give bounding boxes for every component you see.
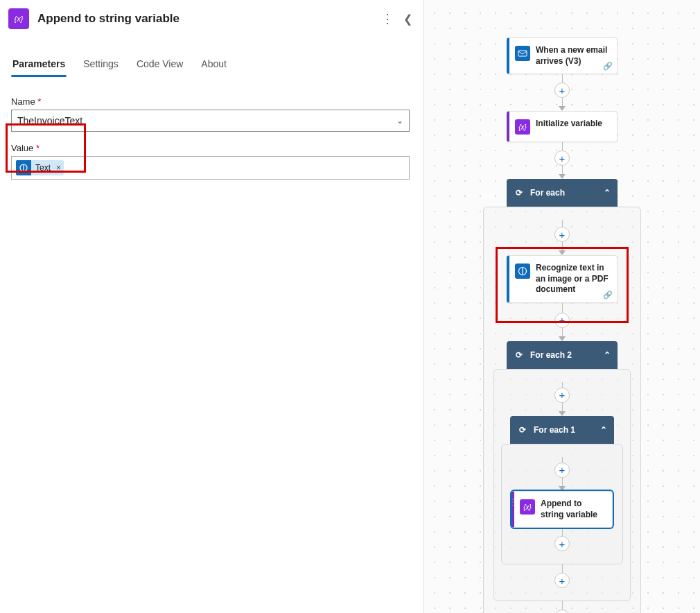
add-step-button[interactable]: + — [554, 610, 570, 613]
add-step-button[interactable]: + — [554, 536, 570, 551]
outlook-icon — [515, 46, 530, 61]
more-icon[interactable]: ⋮ — [381, 11, 394, 26]
add-step-button[interactable]: + — [554, 83, 570, 98]
for-each-2-label: For each 2 — [530, 350, 572, 360]
value-input[interactable]: Text × — [11, 156, 410, 180]
drag-handle-icon[interactable]: ⋮ — [509, 497, 517, 507]
link-icon: 🔗 — [603, 62, 613, 71]
for-each-1-header[interactable]: ⟳ For each 1 ⌃ — [510, 416, 614, 444]
svg-text:{x}: {x} — [523, 503, 532, 511]
svg-text:{x}: {x} — [518, 123, 527, 131]
name-value: TheInvoiceText — [17, 115, 82, 126]
for-each-1-body: + ⋮ {x} Append to string variable — [501, 444, 623, 564]
for-each-2-header[interactable]: ⟳ For each 2 ⌃ — [507, 341, 618, 369]
panel-header: {x} Append to string variable ⋮ ❮ — [0, 0, 423, 36]
name-label: Name * — [11, 96, 410, 107]
cv-icon — [515, 264, 530, 279]
variable-icon: {x} — [515, 119, 530, 135]
add-step-button[interactable]: + — [554, 388, 570, 403]
card-label: Initialize variable — [536, 119, 602, 135]
add-step-button[interactable]: + — [554, 150, 570, 166]
card-label: When a new email arrives (V3) — [536, 45, 610, 67]
loop-icon: ⟳ — [517, 424, 528, 435]
for-each-container-outer: ⟳ For each ⌃ + — [483, 179, 641, 613]
tab-codeview[interactable]: Code View — [135, 55, 184, 76]
cv-icon — [16, 160, 31, 175]
tab-parameters[interactable]: Parameters — [11, 55, 67, 76]
for-each-header[interactable]: ⟳ For each ⌃ — [507, 179, 618, 207]
tab-about[interactable]: About — [200, 55, 228, 76]
variable-icon: {x} — [8, 8, 29, 29]
for-each-1-label: For each 1 — [534, 425, 575, 435]
chevron-up-icon[interactable]: ⌃ — [600, 425, 607, 435]
loop-icon: ⟳ — [514, 187, 525, 198]
loop-icon: ⟳ — [514, 349, 525, 361]
for-each-label: For each — [530, 188, 565, 198]
link-icon: 🔗 — [603, 291, 613, 300]
flow-card-recognize-text[interactable]: Recognize text in an image or a PDF docu… — [507, 255, 618, 303]
chevron-up-icon[interactable]: ⌃ — [604, 188, 611, 198]
form-area: Name * TheInvoiceText ⌄ Value * Text × — [0, 77, 423, 180]
connector: + — [554, 142, 570, 179]
value-label: Value * — [11, 143, 410, 153]
config-panel: {x} Append to string variable ⋮ ❮ Parame… — [0, 0, 424, 613]
dynamic-content-token[interactable]: Text × — [16, 160, 64, 175]
name-dropdown[interactable]: TheInvoiceText ⌄ — [11, 110, 410, 132]
add-step-button[interactable]: + — [554, 313, 570, 328]
tab-settings[interactable]: Settings — [82, 55, 120, 76]
add-step-button[interactable]: + — [554, 227, 570, 242]
card-label: Append to string variable — [541, 499, 605, 520]
chevron-down-icon: ⌄ — [396, 116, 403, 126]
connector: + — [554, 74, 570, 111]
svg-rect-3 — [518, 51, 527, 56]
panel-title: Append to string variable — [37, 12, 381, 26]
add-step-button[interactable]: + — [554, 573, 570, 588]
card-label: Recognize text in an image or a PDF docu… — [536, 263, 610, 295]
token-remove-icon[interactable]: × — [56, 163, 61, 173]
chevron-up-icon[interactable]: ⌃ — [604, 350, 611, 360]
svg-text:{x}: {x} — [15, 15, 24, 23]
flow-canvas[interactable]: When a new email arrives (V3) 🔗 + {x} In… — [424, 0, 700, 613]
add-step-button[interactable]: + — [554, 463, 570, 478]
flow-card-email-trigger[interactable]: When a new email arrives (V3) 🔗 — [507, 37, 618, 74]
flow-card-init-variable[interactable]: {x} Initialize variable — [507, 111, 618, 142]
for-each-body: + Recognize text in an image or a PDF do… — [483, 207, 641, 613]
flow-card-append-string[interactable]: ⋮ {x} Append to string variable — [511, 491, 613, 528]
variable-icon: {x} — [520, 499, 535, 515]
collapse-icon[interactable]: ❮ — [403, 12, 412, 26]
for-each-2-body: + ⟳ For each 1 ⌃ — [493, 369, 631, 601]
tab-strip: Parameters Settings Code View About — [0, 55, 423, 77]
token-label: Text — [35, 163, 51, 173]
